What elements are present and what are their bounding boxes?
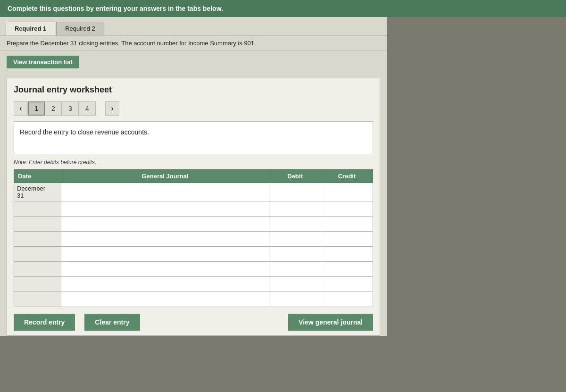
gj-cell-1[interactable] [61, 183, 269, 201]
note-text: Note: Enter debits before credits. [14, 159, 373, 166]
gj-cell-7[interactable] [61, 277, 269, 292]
credit-input-2[interactable] [323, 202, 371, 215]
table-row [14, 232, 373, 247]
gj-cell-2[interactable] [61, 201, 269, 217]
pagination-row: ‹ 1 2 3 4 › [14, 101, 373, 116]
date-cell-7 [14, 277, 61, 292]
tabs-row: Required 1 Required 2 [0, 17, 387, 35]
page-2[interactable]: 2 [45, 101, 62, 116]
view-general-journal-button[interactable]: View general journal [288, 314, 373, 331]
table-row [14, 247, 373, 262]
debit-cell-6[interactable] [269, 262, 321, 277]
credit-cell-4[interactable] [321, 232, 373, 247]
credit-cell-2[interactable] [321, 201, 373, 217]
prev-page-arrow[interactable]: ‹ [14, 101, 28, 116]
debit-input-6[interactable] [271, 263, 319, 275]
debit-cell-4[interactable] [269, 232, 321, 247]
page-4[interactable]: 4 [79, 101, 96, 116]
debit-cell-5[interactable] [269, 247, 321, 262]
table-row [14, 217, 373, 232]
credit-input-8[interactable] [323, 293, 371, 306]
debit-input-7[interactable] [271, 278, 319, 291]
instruction-text: Record the entry to close revenue accoun… [20, 128, 149, 136]
debit-cell-3[interactable] [269, 217, 321, 232]
table-row: December31 [14, 183, 373, 201]
worksheet-container: Journal entry worksheet ‹ 1 2 3 4 › Reco… [7, 78, 380, 336]
date-cell-8 [14, 292, 61, 307]
page-1[interactable]: 1 [28, 101, 45, 116]
debit-input-2[interactable] [271, 202, 319, 215]
date-cell: December31 [14, 183, 61, 201]
debit-input-8[interactable] [271, 293, 319, 306]
gj-cell-3[interactable] [61, 217, 269, 232]
gj-cell-4[interactable] [61, 232, 269, 247]
gj-cell-6[interactable] [61, 262, 269, 277]
debit-cell-1[interactable] [269, 183, 321, 201]
date-cell-3 [14, 217, 61, 232]
credit-input-4[interactable] [323, 233, 371, 245]
table-row [14, 201, 373, 217]
top-bar-text: Complete this questions by entering your… [8, 5, 223, 12]
tab-required-1[interactable]: Required 1 [6, 22, 55, 35]
debit-input-4[interactable] [271, 233, 319, 245]
table-row [14, 262, 373, 277]
col-header-general-journal: General Journal [61, 170, 269, 183]
debit-cell-7[interactable] [269, 277, 321, 292]
view-transaction-button[interactable]: View transaction list [7, 56, 79, 68]
worksheet-title: Journal entry worksheet [14, 85, 373, 95]
col-header-credit: Credit [321, 170, 373, 183]
debit-input-1[interactable] [271, 184, 319, 200]
credit-cell-3[interactable] [321, 217, 373, 232]
credit-input-7[interactable] [323, 278, 371, 291]
gj-input-2[interactable] [63, 202, 267, 215]
tab-required-2[interactable]: Required 2 [56, 22, 104, 35]
gj-input-8[interactable] [63, 293, 267, 306]
instruction-bar: Prepare the December 31 closing entries.… [0, 35, 387, 51]
credit-input-6[interactable] [323, 263, 371, 275]
record-entry-button[interactable]: Record entry [14, 314, 75, 331]
clear-entry-button[interactable]: Clear entry [84, 314, 140, 331]
col-header-date: Date [14, 170, 61, 183]
instruction-text-box: Record the entry to close revenue accoun… [14, 121, 373, 154]
credit-cell-7[interactable] [321, 277, 373, 292]
date-cell-6 [14, 262, 61, 277]
gj-input-1[interactable] [63, 184, 267, 200]
credit-input-5[interactable] [323, 248, 371, 260]
journal-table: Date General Journal Debit Credit Decemb… [14, 169, 373, 307]
credit-cell-6[interactable] [321, 262, 373, 277]
gj-input-7[interactable] [63, 278, 267, 291]
credit-cell-1[interactable] [321, 183, 373, 201]
credit-input-1[interactable] [323, 184, 371, 200]
debit-cell-2[interactable] [269, 201, 321, 217]
table-row [14, 292, 373, 307]
action-buttons: Record entry Clear entry View general jo… [14, 314, 373, 331]
gj-input-6[interactable] [63, 263, 267, 275]
gj-input-4[interactable] [63, 233, 267, 245]
credit-cell-8[interactable] [321, 292, 373, 307]
gj-cell-5[interactable] [61, 247, 269, 262]
date-cell-2 [14, 201, 61, 217]
top-bar: Complete this questions by entering your… [0, 0, 566, 17]
date-cell-4 [14, 232, 61, 247]
debit-input-3[interactable] [271, 217, 319, 230]
table-row [14, 277, 373, 292]
main-container: Required 1 Required 2 Prepare the Decemb… [0, 17, 387, 336]
gj-input-5[interactable] [63, 248, 267, 260]
instruction-bar-text: Prepare the December 31 closing entries.… [7, 40, 256, 47]
debit-input-5[interactable] [271, 248, 319, 260]
credit-cell-5[interactable] [321, 247, 373, 262]
date-cell-5 [14, 247, 61, 262]
col-header-debit: Debit [269, 170, 321, 183]
credit-input-3[interactable] [323, 217, 371, 230]
debit-cell-8[interactable] [269, 292, 321, 307]
view-transaction-section: View transaction list [7, 56, 79, 68]
page-3[interactable]: 3 [62, 101, 79, 116]
gj-input-3[interactable] [63, 217, 267, 230]
next-page-arrow[interactable]: › [105, 101, 119, 116]
gj-cell-8[interactable] [61, 292, 269, 307]
